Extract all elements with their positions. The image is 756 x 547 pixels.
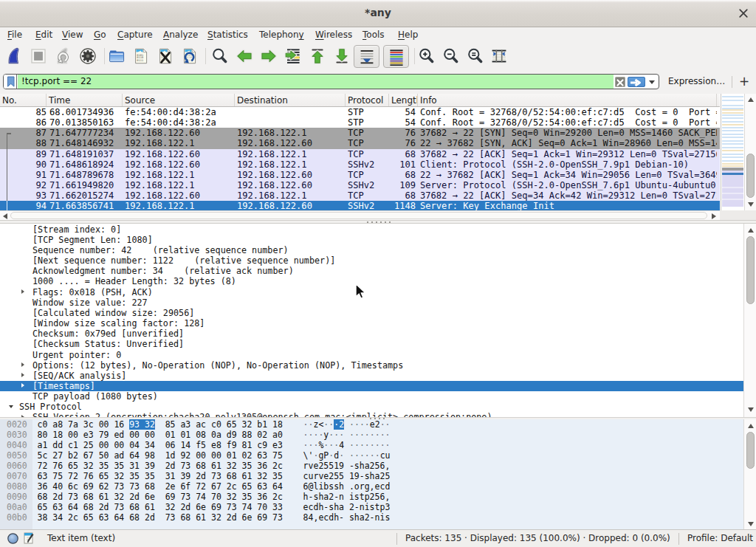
detail-row[interactable]: [SEQ/ACK analysis] [0, 371, 743, 381]
hex-row-0060[interactable]: 0060 72 76 65 32 35 35 31 39 2d 73 68 61… [0, 461, 743, 471]
packet-row-94[interactable]: 9471.663856741192.168.122.1192.168.122.6… [0, 201, 720, 211]
capture-comment-icon[interactable] [24, 532, 35, 544]
column-header-info[interactable]: Info [418, 94, 717, 106]
packet-row-88[interactable]: 8871.648146932192.168.122.1192.168.122.6… [0, 138, 720, 148]
colorize-button[interactable] [383, 45, 409, 68]
reload-file-button[interactable]: 0101 0110 0111 [181, 47, 199, 65]
zoom-100-button[interactable] [467, 47, 484, 65]
hex-row-0090[interactable]: 0090 68 2d 73 68 61 32 2d 6e 69 73 74 70… [0, 492, 743, 502]
expander-expanded-icon[interactable] [9, 405, 13, 408]
scroll-thumb[interactable] [746, 236, 755, 304]
menu-file[interactable]: File [7, 27, 22, 42]
resize-columns-button[interactable] [490, 47, 508, 65]
scroll-right-arrow[interactable] [712, 213, 716, 219]
open-file-button[interactable] [108, 47, 126, 65]
expander-collapsed-icon[interactable] [21, 373, 24, 377]
column-header-no[interactable]: No. [0, 94, 47, 106]
menu-go[interactable]: Go [94, 27, 106, 42]
scroll-up-arrow[interactable] [748, 228, 754, 233]
scroll-up-arrow[interactable] [748, 424, 754, 428]
hex-row-0050[interactable]: 0050 5c 27 b2 67 50 ad 64 98 1d 92 00 00… [0, 450, 743, 461]
detail-row[interactable]: Checksum: 0x79ed [unverified] [0, 328, 743, 339]
detail-row[interactable]: Options: (12 bytes), No-Operation (NOP),… [0, 360, 743, 371]
restart-capture-button[interactable] [55, 47, 72, 65]
scroll-up-arrow[interactable] [748, 97, 754, 102]
column-header-time[interactable]: Time [47, 94, 123, 106]
detail-row[interactable]: [Stream index: 0] [0, 224, 743, 235]
packet-list-hscrollbar[interactable] [0, 210, 720, 220]
detail-row[interactable]: TCP payload (1080 bytes) [0, 391, 743, 402]
expander-collapsed-icon[interactable] [21, 383, 24, 388]
stop-capture-button[interactable] [30, 47, 47, 65]
autoscroll-button[interactable] [354, 45, 379, 68]
packet-row-90[interactable]: 9071.648618924192.168.122.60192.168.122.… [0, 159, 720, 170]
start-capture-button[interactable] [6, 47, 24, 65]
detail-row[interactable]: Urgent pointer: 0 [0, 350, 743, 360]
filter-bookmark-button[interactable] [4, 75, 17, 89]
menu-telephony[interactable]: Telephony [259, 27, 304, 42]
zoom-out-button[interactable] [442, 47, 460, 65]
save-file-button[interactable]: 0101 0110 0111 [132, 47, 150, 65]
column-header-destination[interactable]: Destination [235, 94, 346, 106]
detail-row[interactable]: SSH Protocol [0, 402, 743, 412]
detail-row[interactable]: Acknowledgment number: 34 (relative ack … [0, 266, 743, 276]
expert-info-icon[interactable] [7, 533, 18, 544]
menu-wireless[interactable]: Wireless [315, 27, 352, 42]
column-header-source[interactable]: Source [123, 94, 235, 106]
filter-clear-button[interactable] [615, 77, 625, 87]
close-file-button[interactable]: 0101 0110 0111 [157, 47, 174, 65]
scroll-left-arrow[interactable] [3, 213, 7, 219]
menu-view[interactable]: View [62, 27, 83, 42]
detail-row[interactable]: 1000 .... = Header Length: 32 bytes (8) [0, 276, 743, 286]
detail-row[interactable]: [Next sequence number: 1122 (relative se… [0, 255, 743, 266]
packet-row-85[interactable]: 8568.001734936fe:54:00:d4:38:2aSTP54Conf… [0, 107, 720, 117]
go-last-packet-button[interactable] [333, 47, 351, 65]
detail-row[interactable]: Flags: 0x018 (PSH, ACK) [0, 287, 743, 297]
detail-row[interactable]: [Calculated window size: 29056] [0, 308, 743, 318]
go-first-packet-button[interactable] [309, 47, 326, 65]
zoom-in-button[interactable] [418, 47, 436, 65]
go-back-button[interactable] [236, 47, 253, 65]
menu-edit[interactable]: Edit [35, 27, 52, 42]
hex-row-00b0[interactable]: 00b0 38 34 2c 65 63 64 68 2d 73 68 61 32… [0, 512, 743, 523]
hex-row-0080[interactable]: 0080 36 40 6c 69 62 73 73 68 2e 6f 72 67… [0, 481, 743, 492]
close-icon[interactable] [737, 7, 750, 20]
packet-row-86[interactable]: 8670.013850163fe:54:00:d4:38:2aSTP54Conf… [0, 117, 720, 128]
menu-analyze[interactable]: Analyze [163, 27, 198, 42]
details-vscrollbar[interactable] [743, 224, 756, 417]
go-forward-button[interactable] [260, 47, 278, 65]
scroll-thumb[interactable] [10, 212, 707, 219]
expression-button[interactable]: Expression… [668, 70, 725, 94]
detail-row[interactable]: [TCP Segment Len: 1080] [0, 235, 743, 245]
go-to-packet-button[interactable] [284, 47, 302, 65]
packet-row-87[interactable]: 8771.647777234192.168.122.60192.168.122.… [0, 128, 720, 138]
scroll-thumb[interactable] [746, 154, 755, 198]
menu-capture[interactable]: Capture [117, 27, 153, 42]
hex-vscrollbar[interactable] [743, 419, 756, 530]
hex-row-00a0[interactable]: 00a0 65 63 64 68 2d 73 68 61 32 2d 6e 69… [0, 502, 743, 512]
detail-row[interactable]: [Timestamps] [0, 381, 743, 391]
expander-collapsed-icon[interactable] [21, 362, 24, 367]
filter-apply-button[interactable] [628, 77, 645, 87]
hex-row-0030[interactable]: 0030 80 18 00 e3 79 ed 00 00 01 01 08 0a… [0, 430, 743, 440]
menu-help[interactable]: Help [398, 27, 418, 42]
packet-row-92[interactable]: 9271.661949820192.168.122.1192.168.122.6… [0, 180, 720, 190]
packet-row-89[interactable]: 8971.648191037192.168.122.60192.168.122.… [0, 149, 720, 159]
hex-row-0070[interactable]: 0070 63 75 72 76 65 32 35 35 31 39 2d 73… [0, 471, 743, 481]
scroll-down-arrow[interactable] [748, 202, 754, 207]
scroll-thumb[interactable] [746, 432, 755, 469]
display-filter-input[interactable]: !tcp.port == 22 [18, 75, 614, 89]
hex-row-0020[interactable]: 0020 c0 a8 7a 3c 00 16 93 32 85 a3 ac c0… [0, 419, 743, 430]
capture-options-button[interactable] [79, 47, 97, 65]
filter-add-button[interactable]: + [738, 73, 750, 91]
scroll-down-arrow[interactable] [748, 522, 754, 526]
intelligent-scrollbar-minimap[interactable] [721, 94, 743, 210]
filter-dropdown-caret[interactable] [649, 80, 655, 84]
titlebar[interactable]: *any [0, 0, 756, 27]
detail-row[interactable]: Sequence number: 42 (relative sequence n… [0, 245, 743, 255]
packet-row-93[interactable]: 9371.662015274192.168.122.60192.168.122.… [0, 190, 720, 201]
scroll-down-arrow[interactable] [748, 407, 754, 412]
menu-statistics[interactable]: Statistics [207, 27, 248, 42]
hex-row-0040[interactable]: 0040 a1 dd c1 25 00 00 04 34 06 14 f5 e8… [0, 440, 743, 450]
detail-row[interactable]: Window size value: 227 [0, 297, 743, 308]
